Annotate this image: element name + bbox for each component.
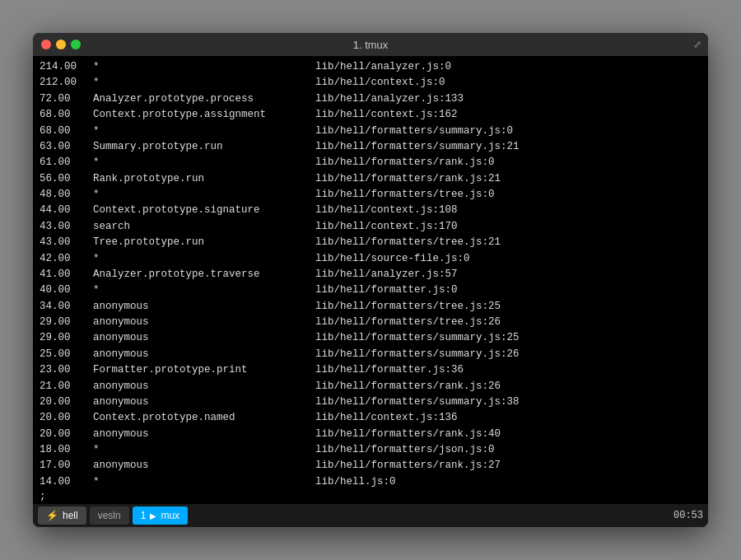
table-row: 214.00*lib/hell/analyzer.js:0 <box>40 59 701 75</box>
table-row: 29.00anonymouslib/hell/formatters/summar… <box>40 330 701 346</box>
file-path: lib/hell/analyzer.js:0 <box>315 59 701 75</box>
line-number: 34.00 <box>40 299 93 315</box>
expand-icon: ⤢ <box>693 39 701 51</box>
terminal-window: 1. tmux ⤢ 214.00*lib/hell/analyzer.js:02… <box>33 33 708 527</box>
tab-vesln[interactable]: vesln <box>90 506 129 525</box>
table-row: 34.00anonymouslib/hell/formatters/tree.j… <box>40 299 701 315</box>
tab-hell-prefix: ⚡ <box>46 510 58 521</box>
line-number: 20.00 <box>40 427 93 442</box>
terminal-body[interactable]: 214.00*lib/hell/analyzer.js:0212.00*lib/… <box>33 56 708 504</box>
function-name: Context.prototype.signature <box>93 203 315 218</box>
file-path: lib/hell/formatters/summary.js:21 <box>315 139 701 155</box>
table-row: 61.00*lib/hell/formatters/rank.js:0 <box>40 155 701 170</box>
table-row: 56.00Rank.prototype.runlib/hell/formatte… <box>40 171 701 187</box>
tab-hell[interactable]: ⚡ hell <box>38 506 86 525</box>
table-row: 29.00anonymouslib/hell/formatters/tree.j… <box>40 315 701 330</box>
file-path: lib/hell/formatters/rank.js:40 <box>315 427 701 442</box>
file-path: lib/hell/formatters/summary.js:25 <box>315 330 701 346</box>
line-number: 43.00 <box>40 235 93 250</box>
file-path: lib/hell/context.js:136 <box>315 410 701 426</box>
line-number: 214.00 <box>40 59 93 75</box>
file-path: lib/hell/formatters/rank.js:27 <box>315 458 701 474</box>
terminal-content: 214.00*lib/hell/analyzer.js:0212.00*lib/… <box>33 56 708 489</box>
table-row: 17.00anonymouslib/hell/formatters/rank.j… <box>40 458 701 474</box>
file-path: lib/hell/formatters/rank.js:21 <box>315 171 701 187</box>
function-name: * <box>93 442 315 458</box>
line-number: 20.00 <box>40 410 93 426</box>
line-number: 18.00 <box>40 442 93 458</box>
function-name: Analyzer.prototype.process <box>93 91 315 107</box>
table-row: 212.00*lib/hell/context.js:0 <box>40 75 701 91</box>
tab-vesln-label: vesln <box>98 510 121 521</box>
function-name: * <box>93 187 315 203</box>
table-row: 40.00*lib/hell/formatter.js:0 <box>40 282 701 298</box>
function-name: Context.prototype.assignment <box>93 107 315 123</box>
function-name: anonymous <box>93 299 315 315</box>
file-path: lib/hell/analyzer.js:57 <box>315 267 701 282</box>
table-row: 48.00*lib/hell/formatters/tree.js:0 <box>40 187 701 203</box>
table-row: 42.00*lib/hell/source-file.js:0 <box>40 251 701 267</box>
close-button[interactable] <box>41 40 51 49</box>
table-row: 18.00*lib/hell/formatters/json.js:0 <box>40 442 701 458</box>
line-number: 61.00 <box>40 155 93 170</box>
line-number: 63.00 <box>40 139 93 155</box>
table-row: 20.00anonymouslib/hell/formatters/summar… <box>40 394 701 410</box>
line-number: 56.00 <box>40 171 93 187</box>
line-number: 14.00 <box>40 474 93 489</box>
line-number: 29.00 <box>40 330 93 346</box>
function-name: * <box>93 75 315 91</box>
function-name: anonymous <box>93 330 315 346</box>
function-name: search <box>93 219 315 235</box>
file-path: lib/hell/formatters/summary.js:38 <box>315 394 701 410</box>
function-name: * <box>93 474 315 489</box>
table-row: 72.00Analyzer.prototype.processlib/hell/… <box>40 91 701 107</box>
tab-hell-label: hell <box>63 510 78 521</box>
maximize-button[interactable] <box>71 40 81 49</box>
file-path: lib/hell/formatters/tree.js:0 <box>315 187 701 203</box>
function-name: Tree.prototype.run <box>93 235 315 250</box>
function-name: * <box>93 251 315 267</box>
file-path: lib/hell/context.js:170 <box>315 219 701 235</box>
line-number: 48.00 <box>40 187 93 203</box>
table-row: 23.00Formatter.prototype.printlib/hell/f… <box>40 362 701 378</box>
table-row: 43.00Tree.prototype.runlib/hell/formatte… <box>40 235 701 250</box>
function-name: Rank.prototype.run <box>93 171 315 187</box>
table-row: 63.00Summary.prototype.runlib/hell/forma… <box>40 139 701 155</box>
line-number: 25.00 <box>40 347 93 362</box>
function-name: * <box>93 124 315 139</box>
line-number: 72.00 <box>40 91 93 107</box>
file-path: lib/hell/formatter.js:36 <box>315 362 701 378</box>
file-path: lib/hell/context.js:108 <box>315 203 701 218</box>
table-row: 43.00searchlib/hell/context.js:170 <box>40 219 701 235</box>
function-name: * <box>93 59 315 75</box>
file-path: lib/hell/source-file.js:0 <box>315 251 701 267</box>
line-number: 43.00 <box>40 219 93 235</box>
prompt-line: ; <box>33 489 708 504</box>
file-path: lib/hell/formatters/tree.js:21 <box>315 235 701 250</box>
table-row: 14.00*lib/hell.js:0 <box>40 474 701 489</box>
file-path: lib/hell/formatter.js:0 <box>315 282 701 298</box>
tab-mux[interactable]: 1 ▶ mux <box>133 506 188 525</box>
function-name: anonymous <box>93 315 315 330</box>
table-row: 68.00*lib/hell/formatters/summary.js:0 <box>40 124 701 139</box>
line-number: 40.00 <box>40 282 93 298</box>
function-name: anonymous <box>93 347 315 362</box>
traffic-lights <box>41 40 81 49</box>
window-title: 1. tmux <box>353 39 389 51</box>
table-row: 20.00anonymouslib/hell/formatters/rank.j… <box>40 427 701 442</box>
function-name: Analyzer.prototype.traverse <box>93 267 315 282</box>
minimize-button[interactable] <box>56 40 66 49</box>
statusbar: ⚡ hell vesln 1 ▶ mux 00:53 <box>33 504 708 527</box>
file-path: lib/hell/formatters/tree.js:25 <box>315 299 701 315</box>
tab-mux-number: 1 <box>141 510 147 521</box>
function-name: anonymous <box>93 379 315 394</box>
function-name: Formatter.prototype.print <box>93 362 315 378</box>
function-name: * <box>93 155 315 170</box>
line-number: 212.00 <box>40 75 93 91</box>
line-number: 21.00 <box>40 379 93 394</box>
file-path: lib/hell.js:0 <box>315 474 701 489</box>
titlebar: 1. tmux ⤢ <box>33 33 708 56</box>
line-number: 20.00 <box>40 394 93 410</box>
file-path: lib/hell/formatters/summary.js:26 <box>315 347 701 362</box>
table-row: 41.00Analyzer.prototype.traverselib/hell… <box>40 267 701 282</box>
